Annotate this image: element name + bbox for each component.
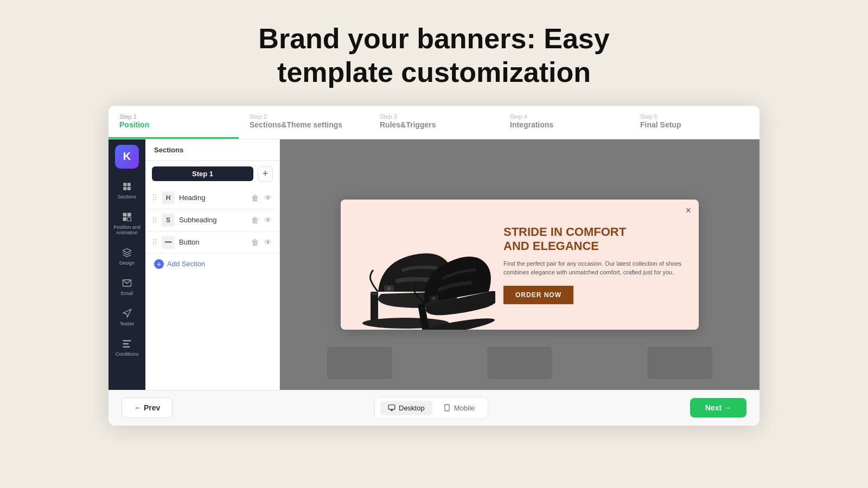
mobile-button[interactable]: Mobile [436, 401, 482, 415]
svg-point-15 [387, 287, 391, 290]
step-4[interactable]: Step 4 Integrations [499, 106, 629, 139]
banner-cta-button[interactable]: ORDER NOW [503, 286, 573, 304]
sidebar-item-position[interactable]: Position and Animation [108, 207, 145, 241]
sidebar-item-conditions[interactable]: Conditions [108, 333, 145, 362]
device-toggle: Desktop Mobile [374, 397, 488, 419]
step-bar: Step 1 Position Step 2 Sections&Theme se… [108, 106, 760, 139]
drag-handle-subheading[interactable]: ⠿ [152, 216, 157, 224]
panel-steps-row: Step 1 + [145, 161, 279, 187]
app-container: Step 1 Position Step 2 Sections&Theme se… [108, 106, 760, 426]
sidebar: K Sections Position and Animation Design [108, 139, 145, 390]
conditions-icon [121, 338, 133, 350]
svg-rect-6 [123, 217, 127, 221]
shoe-image [343, 210, 495, 330]
drag-handle-button[interactable]: ⠿ [152, 238, 157, 247]
panel: Sections Step 1 + ⠿ H Heading 🗑 👁 [145, 139, 280, 390]
svg-rect-16 [372, 293, 377, 295]
page-title-area: Brand your banners: Easy template custom… [0, 0, 868, 106]
subheading-actions: 🗑 👁 [250, 215, 273, 226]
heading-actions: 🗑 👁 [250, 192, 273, 203]
next-button[interactable]: Next → [690, 398, 746, 418]
teaser-icon [121, 307, 133, 319]
banner-image-area [341, 200, 498, 330]
sidebar-item-email[interactable]: Email [108, 273, 145, 301]
step-2[interactable]: Step 2 Sections&Theme settings [239, 106, 369, 139]
app-logo[interactable]: K [115, 145, 139, 169]
toggle-heading-button[interactable]: 👁 [263, 192, 273, 203]
email-icon [121, 277, 133, 289]
sections-icon [121, 181, 133, 192]
step-3[interactable]: Step 3 Rules&Triggers [369, 106, 499, 139]
bottom-toolbar: ← Prev Desktop Mobile Next → [108, 390, 760, 426]
add-section-label: Add Section [167, 260, 205, 268]
panel-header: Sections [145, 139, 279, 161]
banner-subtext: Find the perfect pair for any occasion. … [503, 259, 688, 277]
section-subheading[interactable]: ⠿ S Subheading 🗑 👁 [145, 209, 279, 232]
section-heading[interactable]: ⠿ H Heading 🗑 👁 [145, 187, 279, 209]
banner-popup: × [341, 200, 699, 330]
drag-handle-heading[interactable]: ⠿ [152, 194, 157, 202]
sidebar-item-sections[interactable]: Sections [108, 176, 145, 204]
svg-rect-4 [123, 213, 127, 216]
placeholder-item-2 [487, 346, 552, 379]
page-title: Brand your banners: Easy template custom… [0, 22, 868, 89]
step-1-button[interactable]: Step 1 [152, 166, 253, 181]
panel-sections-list: ⠿ H Heading 🗑 👁 ⠿ S Subhea [145, 187, 279, 390]
prev-button[interactable]: ← Prev [122, 397, 173, 418]
banner-heading: STRIDE IN COMFORT AND ELEGANCE [503, 225, 688, 254]
placeholder-item-1 [327, 346, 392, 379]
desktop-button[interactable]: Desktop [380, 401, 432, 415]
svg-rect-2 [123, 187, 126, 190]
svg-rect-21 [388, 405, 395, 409]
banner-content: STRIDE IN COMFORT AND ELEGANCE Find the … [498, 214, 699, 315]
svg-rect-3 [127, 187, 131, 190]
svg-rect-11 [123, 346, 130, 347]
step-1[interactable]: Step 1 Position [108, 106, 239, 139]
placeholder-item-3 [647, 346, 712, 379]
button-actions: 🗑 👁 [250, 237, 273, 248]
svg-rect-0 [123, 183, 126, 186]
delete-subheading-button[interactable]: 🗑 [250, 215, 260, 226]
heading-badge: H [162, 191, 175, 204]
position-icon [121, 211, 133, 223]
sidebar-item-design[interactable]: Design [108, 242, 145, 271]
main-content: K Sections Position and Animation Design [108, 139, 760, 390]
banner-close-button[interactable]: × [685, 205, 691, 216]
section-button[interactable]: ⠿ ━━ Button 🗑 👁 [145, 232, 279, 254]
svg-rect-1 [127, 183, 131, 186]
sidebar-item-teaser[interactable]: Teaser [108, 303, 145, 331]
button-badge: ━━ [162, 236, 175, 249]
delete-button-button[interactable]: 🗑 [250, 237, 260, 248]
svg-rect-5 [127, 213, 131, 216]
delete-heading-button[interactable]: 🗑 [250, 192, 260, 203]
step-5[interactable]: Step 5 Final Setup [629, 106, 760, 139]
subheading-badge: S [162, 214, 175, 227]
svg-rect-9 [123, 340, 131, 341]
add-section-plus-icon: + [154, 259, 164, 269]
svg-rect-10 [123, 343, 129, 344]
toggle-subheading-button[interactable]: 👁 [263, 215, 273, 226]
add-step-button[interactable]: + [258, 166, 273, 182]
svg-rect-7 [127, 217, 131, 221]
toggle-button-button[interactable]: 👁 [263, 237, 273, 248]
add-section-row[interactable]: + Add Section [145, 254, 279, 274]
canvas: × [280, 139, 760, 390]
design-icon [121, 247, 133, 259]
canvas-bottom-overlay [280, 336, 760, 390]
